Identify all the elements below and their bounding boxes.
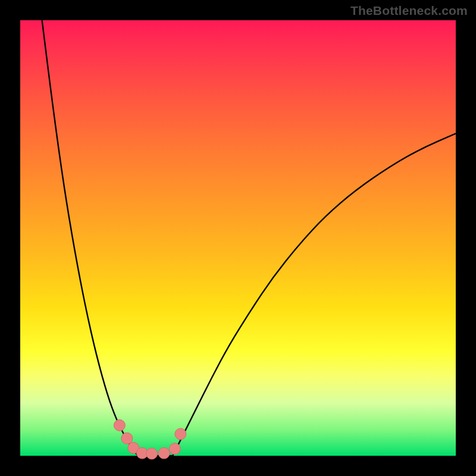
- chart-svg: [20, 20, 456, 456]
- marker-dot: [114, 419, 125, 431]
- marker-dot: [158, 447, 170, 459]
- marker-dot: [169, 443, 180, 455]
- bottleneck-curve: [42, 20, 456, 456]
- marker-dot: [146, 448, 158, 459]
- plot-area: [20, 20, 456, 456]
- chart-frame: TheBottleneck.com: [0, 0, 476, 476]
- marker-dot: [175, 428, 186, 440]
- marker-dot: [121, 433, 133, 444]
- watermark-text: TheBottleneck.com: [350, 4, 468, 18]
- highlight-markers: [114, 419, 186, 459]
